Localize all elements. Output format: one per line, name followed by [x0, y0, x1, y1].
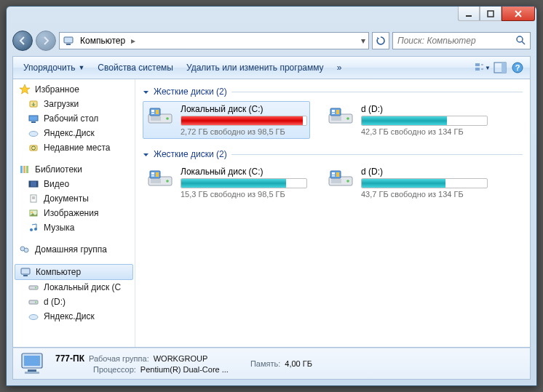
svg-rect-64 — [332, 172, 335, 175]
svg-rect-15 — [29, 116, 38, 121]
refresh-button[interactable] — [372, 32, 389, 49]
svg-rect-61 — [331, 179, 341, 183]
svg-point-32 — [34, 228, 37, 231]
svg-rect-49 — [331, 116, 341, 121]
sidebar-item-music[interactable]: Музыка — [13, 220, 135, 235]
star-icon — [19, 84, 31, 95]
sidebar-item-downloads[interactable]: Загрузки — [13, 97, 135, 111]
workgroup-val: WORKGROUP — [154, 354, 208, 363]
usage-bar — [361, 178, 488, 188]
group-header[interactable]: Жесткие диски (2) — [143, 149, 523, 159]
downloads-icon — [28, 98, 39, 110]
drive-free: 42,3 ГБ свободно из 134 ГБ — [361, 127, 488, 136]
maximize-button[interactable] — [480, 7, 502, 21]
sidebar-item-yadisk[interactable]: Яндекс.Диск — [13, 126, 135, 140]
svg-point-34 — [24, 248, 28, 252]
svg-rect-37 — [29, 286, 38, 289]
svg-rect-1 — [488, 11, 494, 17]
cpu-key: Процессор: — [93, 365, 136, 374]
breadcrumb-computer[interactable]: Компьютер — [77, 36, 128, 46]
group-label: Жесткие диски (2) — [154, 149, 227, 159]
group-label: Жесткие диски (2) — [154, 87, 227, 97]
usage-bar — [361, 116, 488, 126]
sidebar-item-documents[interactable]: Документы — [13, 191, 135, 206]
svg-point-41 — [29, 315, 38, 320]
help-button[interactable]: ? — [510, 60, 526, 76]
drive-item[interactable]: Локальный диск (C:)2,72 ГБ свободно из 9… — [143, 101, 310, 139]
homegroup-header[interactable]: Домашняя группа — [13, 242, 135, 257]
close-button[interactable] — [502, 7, 535, 21]
homegroup-icon — [19, 244, 31, 255]
homegroup-label: Домашняя группа — [35, 244, 107, 255]
sidebar-item-disk-c[interactable]: Локальный диск (C — [13, 280, 135, 295]
preview-pane-button[interactable] — [492, 60, 508, 76]
usage-bar — [181, 116, 307, 126]
nav-pane: Избранное Загрузки Рабочий стол Яндекс.Д… — [13, 79, 135, 347]
computer-large-icon — [19, 351, 48, 377]
svg-rect-25 — [36, 181, 38, 187]
system-properties-button[interactable]: Свойства системы — [92, 60, 179, 76]
search-box[interactable]: Поиск: Компьютер — [392, 32, 531, 49]
sidebar-item-recent[interactable]: Недавние места — [13, 140, 135, 155]
svg-rect-46 — [151, 110, 154, 112]
svg-point-38 — [35, 287, 36, 289]
svg-line-5 — [522, 41, 525, 44]
svg-point-56 — [166, 180, 169, 183]
svg-rect-47 — [151, 113, 154, 114]
search-icon[interactable] — [515, 35, 526, 47]
svg-rect-68 — [28, 369, 36, 372]
mem-val: 4,00 ГБ — [285, 359, 312, 368]
recent-icon — [28, 142, 39, 153]
address-bar[interactable]: Компьютер ▸ ▾ — [59, 32, 369, 49]
titlebar — [7, 7, 536, 28]
minimize-button[interactable] — [458, 7, 480, 21]
drive-icon — [326, 167, 355, 191]
svg-rect-59 — [151, 175, 154, 177]
svg-rect-67 — [24, 356, 40, 366]
drive-icon — [326, 104, 355, 129]
svg-point-50 — [346, 117, 349, 120]
back-button[interactable] — [12, 31, 33, 51]
forward-button[interactable] — [36, 31, 56, 51]
libraries-header[interactable]: Библиотеки — [13, 162, 135, 177]
homegroup-group: Домашняя группа — [13, 242, 135, 257]
svg-rect-43 — [151, 116, 161, 121]
uninstall-button[interactable]: Удалить или изменить программу — [181, 60, 330, 76]
sidebar-item-video[interactable]: Видео — [13, 177, 135, 191]
dropdown-icon[interactable]: ▾ — [361, 36, 365, 46]
drive-free: 2,72 ГБ свободно из 98,5 ГБ — [181, 127, 307, 136]
svg-rect-69 — [25, 372, 39, 374]
props-label: Свойства системы — [98, 63, 173, 73]
svg-rect-39 — [29, 300, 38, 304]
sidebar-item-desktop[interactable]: Рабочий стол — [13, 111, 135, 126]
favorites-group: Избранное Загрузки Рабочий стол Яндекс.Д… — [13, 82, 135, 155]
sidebar-item-disk-d[interactable]: d (D:) — [13, 295, 135, 309]
search-placeholder: Поиск: Компьютер — [397, 36, 476, 46]
svg-rect-55 — [151, 179, 161, 183]
view-mode-button[interactable]: ▼ — [475, 60, 491, 76]
svg-rect-24 — [29, 181, 31, 187]
disk-icon — [28, 281, 39, 293]
uninstall-label: Удалить или изменить программу — [186, 63, 324, 73]
group-header[interactable]: Жесткие диски (2) — [143, 87, 523, 97]
sidebar-item-yadisk2[interactable]: Яндекс.Диск — [13, 309, 135, 324]
svg-point-31 — [30, 228, 33, 231]
computer-header[interactable]: Компьютер — [15, 264, 133, 280]
sidebar-item-pictures[interactable]: Изображения — [13, 206, 135, 220]
documents-icon — [28, 193, 39, 204]
favorites-header[interactable]: Избранное — [13, 82, 135, 97]
drive-item[interactable]: Локальный диск (C:)15,3 ГБ свободно из 9… — [143, 164, 310, 201]
toolbar-overflow[interactable]: » — [331, 60, 348, 76]
svg-rect-36 — [23, 275, 28, 276]
desktop-icon — [28, 113, 39, 124]
organize-label: Упорядочить — [23, 63, 75, 73]
computer-group: Компьютер Локальный диск (C d (D:) Яндек… — [13, 264, 135, 324]
drive-item[interactable]: d (D:)43,7 ГБ свободно из 134 ГБ — [323, 164, 491, 201]
drive-item[interactable]: d (D:)42,3 ГБ свободно из 134 ГБ — [323, 101, 491, 139]
drive-name: Локальный диск (C:) — [181, 104, 307, 114]
chevron-right-icon[interactable]: ▸ — [131, 36, 135, 46]
libraries-label: Библиотеки — [35, 164, 82, 175]
collapse-icon — [143, 89, 149, 95]
organize-menu[interactable]: Упорядочить ▼ — [17, 60, 90, 76]
disk-icon — [28, 296, 39, 308]
